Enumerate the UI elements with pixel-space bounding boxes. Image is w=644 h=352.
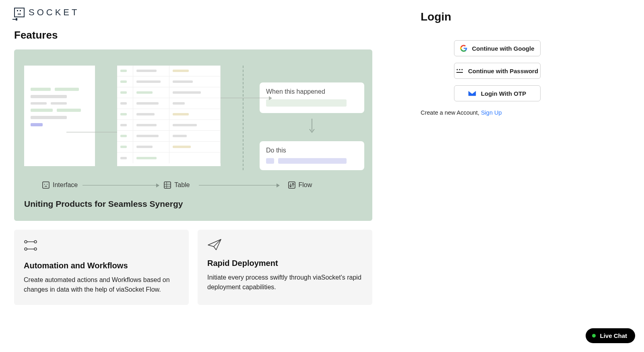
login-otp-label: Login With OTP [481,90,526,97]
diagram-flow-column: When this happened Do this [260,66,364,170]
feature-hero-panel: When this happened Do this [14,49,372,221]
diagram-interface-card [24,66,95,166]
flow-trigger-title: When this happened [266,88,358,95]
flow-action-title: Do this [266,147,358,154]
feature-diagram: When this happened Do this [22,66,364,178]
svg-point-15 [25,248,27,250]
continue-password-button[interactable]: Continue with Password [454,63,541,79]
arrow-down-icon [309,119,315,136]
live-chat-button[interactable]: Live Chat [586,328,635,343]
google-icon [460,45,467,52]
tile-desc: Initiate every process swiftly through v… [207,273,363,292]
status-dot-icon [592,334,596,338]
table-icon [164,181,171,189]
flow-icon [288,181,295,189]
feature-tile-automation: Automation and Workflows Create automate… [14,230,189,305]
tile-title: Rapid Deployment [207,259,363,268]
connector-arrow-icon [199,185,279,185]
flow-trigger-box: When this happened [260,82,364,113]
connector-arrow-icon [83,185,159,185]
hero-caption: Uniting Products for Seamless Synergy [22,199,364,209]
arrow-table-to-flow-icon [217,98,272,98]
feature-tile-deployment: Rapid Deployment Initiate every process … [198,230,372,305]
svg-point-14 [34,241,37,243]
brand-name: SOCKET [29,7,79,18]
svg-rect-9 [289,182,295,188]
interface-icon [42,181,50,189]
paper-plane-icon [207,239,363,252]
svg-rect-5 [164,182,171,188]
label-flow: Flow [288,181,312,189]
signup-prompt: Create a new Account, Sign Up [421,109,574,116]
svg-point-2 [44,184,45,185]
workflow-icon [24,239,179,255]
svg-rect-1 [43,182,49,188]
svg-point-20 [459,69,460,70]
otp-mail-icon [468,90,476,97]
continue-google-button[interactable]: Continue with Google [454,40,541,56]
signup-link[interactable]: Sign Up [481,109,502,116]
logo-face-icon [14,8,25,17]
tile-desc: Create automated actions and Workflows b… [24,275,179,294]
features-heading: Features [14,29,372,41]
brand-logo[interactable]: SOCKET [14,7,372,18]
tile-title: Automation and Workflows [24,261,179,270]
diagram-labels-row: Interface Table Flow [22,178,364,189]
diagram-divider [243,66,244,170]
svg-point-19 [456,69,458,70]
login-otp-button[interactable]: Login With OTP [454,85,541,101]
label-table: Table [164,181,190,189]
continue-password-label: Continue with Password [468,68,538,74]
live-chat-label: Live Chat [600,332,627,339]
svg-line-18 [214,239,221,247]
svg-point-12 [25,241,27,243]
password-icon [456,68,463,74]
svg-point-3 [47,184,47,185]
label-interface: Interface [42,181,78,189]
signup-text: Create a new Account, [421,109,481,116]
svg-point-21 [461,69,462,70]
svg-point-17 [34,248,37,250]
continue-google-label: Continue with Google [472,45,535,52]
flow-action-box: Do this [260,141,364,170]
login-heading: Login [421,10,574,23]
diagram-table-card [117,66,221,166]
